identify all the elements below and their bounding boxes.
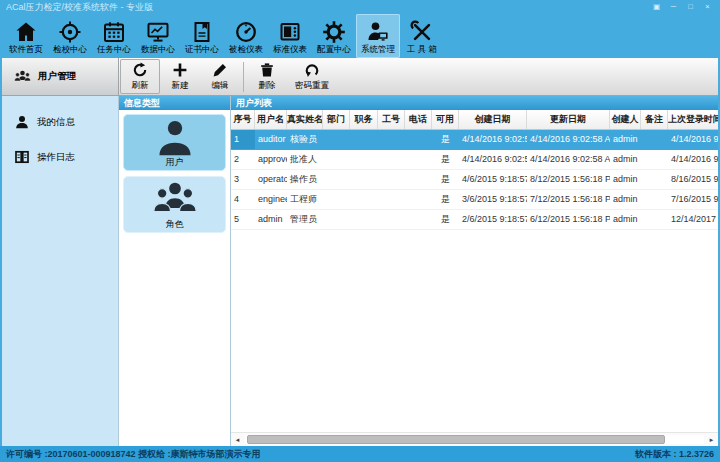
toolbar-item-calibration-center[interactable]: 检校中心 (48, 14, 92, 58)
table-cell (405, 130, 432, 149)
table-row[interactable]: 2approver批准人是4/14/2016 9:02:58 AM4/14/20… (231, 150, 718, 170)
new-button[interactable]: 新建 (160, 59, 200, 94)
table-cell (378, 150, 405, 169)
info-type-label: 角色 (166, 219, 184, 230)
table-cell: admin (610, 130, 641, 149)
password-reset-button[interactable]: 密码重置 (287, 59, 337, 94)
toolbar-item-config-center[interactable]: 配置中心 (312, 14, 356, 58)
column-header[interactable]: 电话 (405, 110, 432, 129)
license-text: 许可编号 :20170601-000918742 授权给 :康斯特市场部演示专用 (6, 448, 261, 461)
toolbar-item-task-center[interactable]: 任务中心 (92, 14, 136, 58)
toolbar-item-certificate-center[interactable]: 证书中心 (180, 14, 224, 58)
column-header[interactable]: 创建人 (610, 110, 641, 129)
trash-icon (259, 62, 275, 78)
table-cell: 1 (231, 130, 255, 149)
home-icon (14, 18, 38, 44)
column-header[interactable]: 真实姓名 (287, 110, 323, 129)
table-cell: 是 (432, 130, 459, 149)
minimize-button[interactable]: ─ (665, 1, 682, 12)
table-cell: 是 (432, 170, 459, 189)
horizontal-scrollbar[interactable]: ◄ ► (231, 432, 718, 446)
reset-arrow-icon (304, 62, 320, 78)
user-silhouette-icon (154, 115, 196, 157)
table-cell: 管理员 (287, 210, 323, 229)
table-body: 1auditor核验员是4/14/2016 9:02:58 AM4/14/201… (231, 130, 718, 230)
table-cell: 3/6/2015 9:18:57 AM (459, 190, 527, 209)
table-cell: 4 (231, 190, 255, 209)
info-type-role-button[interactable]: 角色 (123, 176, 226, 233)
column-header[interactable]: 序号 (231, 110, 255, 129)
toolbar-item-toolbox[interactable]: 工 具 箱 (400, 14, 444, 58)
table-cell (323, 150, 350, 169)
toolbar-item-system-management[interactable]: 系统管理 (356, 14, 400, 58)
delete-button[interactable]: 删除 (247, 59, 287, 94)
maximize-button[interactable]: □ (682, 1, 699, 12)
table-cell: admin (610, 210, 641, 229)
scrollbar-thumb[interactable] (247, 435, 665, 444)
table-row[interactable]: 3operator操作员是4/6/2015 9:18:57 AM8/12/201… (231, 170, 718, 190)
column-header[interactable]: 职务 (350, 110, 378, 129)
toolbar-item-standard-instrument[interactable]: 标准仪表 (268, 14, 312, 58)
toolbar-item-data-center[interactable]: 数据中心 (136, 14, 180, 58)
table-cell (350, 190, 378, 209)
column-header[interactable]: 工号 (378, 110, 405, 129)
instrument-panel-icon (278, 18, 302, 44)
module-tab-label: 用户管理 (38, 70, 76, 83)
column-header[interactable]: 备注 (641, 110, 668, 129)
scroll-right-arrow[interactable]: ► (705, 433, 718, 446)
refresh-button[interactable]: 刷新 (120, 59, 160, 94)
toolbar-label: 配置中心 (317, 45, 351, 54)
column-header[interactable]: 更新日期 (527, 110, 610, 129)
info-type-body: 用户 角色 (119, 110, 230, 446)
table-cell: 4/6/2015 9:18:57 AM (459, 170, 527, 189)
table-cell (350, 170, 378, 189)
table-cell (378, 210, 405, 229)
table-row[interactable]: 1auditor核验员是4/14/2016 9:02:58 AM4/14/201… (231, 130, 718, 150)
column-header[interactable]: 部门 (323, 110, 350, 129)
scroll-left-arrow[interactable]: ◄ (231, 433, 244, 446)
table-cell: admin (610, 170, 641, 189)
table-cell: 7/16/2015 9:0 (668, 190, 718, 209)
table-cell (405, 210, 432, 229)
status-bar: 许可编号 :20170601-000918742 授权给 :康斯特市场部演示专用… (0, 446, 720, 462)
scrollbar-track[interactable] (245, 435, 704, 444)
sidebar-item-my-info[interactable]: 我的信息 (2, 110, 118, 134)
close-button[interactable]: × (699, 1, 716, 12)
user-table: 序号 用户名 真实姓名 部门 职务 工号 电话 可用 创建日期 更新日期 创建人… (231, 110, 718, 230)
column-header[interactable]: 创建日期 (459, 110, 527, 129)
sidebar-item-operation-log[interactable]: 操作日志 (2, 145, 118, 169)
refresh-icon (132, 62, 148, 78)
edit-button[interactable]: 编辑 (200, 59, 240, 94)
table-cell: auditor (255, 130, 287, 149)
toolbar-item-device-under-test[interactable]: 被检仪表 (224, 14, 268, 58)
table-cell: 2/6/2015 9:18:57 AM (459, 210, 527, 229)
pencil-icon (212, 62, 228, 78)
table-cell: 4/14/2016 9:02:58 AM (527, 150, 610, 169)
column-header[interactable]: 用户名 (255, 110, 287, 129)
certificate-book-icon (190, 18, 214, 44)
theme-button[interactable]: ▣ (648, 1, 665, 12)
title-bar: ACal压力检定/校准系统软件 - 专业版 ▣ ─ □ × (2, 0, 718, 14)
module-tab-user-management[interactable]: 用户管理 (2, 58, 119, 95)
table-cell: 8/12/2015 1:56:18 PM (527, 170, 610, 189)
table-cell (350, 150, 378, 169)
sidebar-item-label: 我的信息 (37, 116, 75, 129)
info-type-user-button[interactable]: 用户 (123, 114, 226, 171)
toolbar-label: 证书中心 (185, 45, 219, 54)
column-header[interactable]: 可用 (432, 110, 459, 129)
table-cell: 4/14/2016 9:0 (668, 150, 718, 169)
action-label: 删除 (259, 80, 276, 92)
table-cell: 核验员 (287, 130, 323, 149)
toolbar-item-home[interactable]: 软件首页 (4, 14, 48, 58)
table-cell (350, 210, 378, 229)
table-row[interactable]: 5admin管理员是2/6/2015 9:18:57 AM6/12/2015 1… (231, 210, 718, 230)
toolbar-label: 数据中心 (141, 45, 175, 54)
toolbar-label: 工 具 箱 (407, 45, 437, 54)
table-row[interactable]: 4engineer工程师是3/6/2015 9:18:57 AM7/12/201… (231, 190, 718, 210)
table-cell (378, 130, 405, 149)
table-cell (641, 210, 668, 229)
table-cell: admin (255, 210, 287, 229)
column-header[interactable]: 上次登录时间 (668, 110, 718, 129)
calendar-icon (102, 18, 126, 44)
main-toolbar: 软件首页 检校中心 任务中心 数据中心 证书中心 (2, 14, 718, 58)
